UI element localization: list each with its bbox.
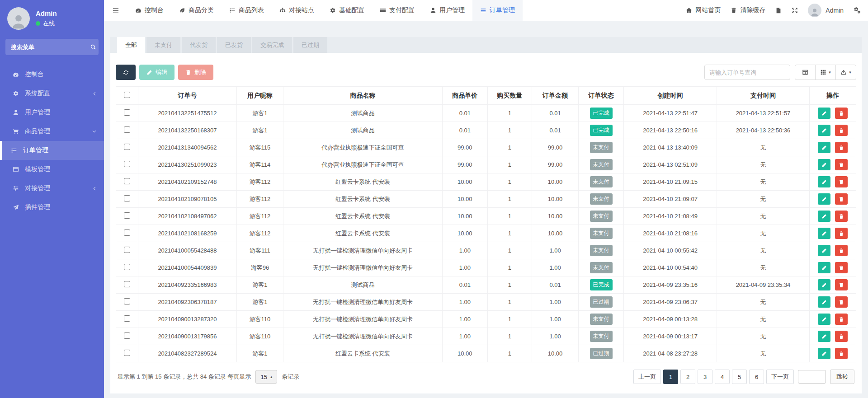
sidebar-item-6[interactable]: 模板管理: [0, 160, 104, 179]
row-checkbox[interactable]: [124, 178, 130, 184]
row-checkbox[interactable]: [124, 298, 130, 304]
topnav-item-2[interactable]: 商品分类: [171, 0, 222, 21]
clear-cache-link[interactable]: 清除缓存: [731, 6, 765, 14]
sidebar-item-5[interactable]: 订单管理: [0, 141, 104, 160]
status-cell: 未支付: [579, 208, 624, 225]
row-edit-button[interactable]: [818, 142, 830, 153]
row-delete-button[interactable]: [835, 279, 848, 290]
row-checkbox[interactable]: [124, 315, 130, 322]
topnav-item-7[interactable]: 用户管理: [422, 0, 472, 21]
row-edit-button[interactable]: [818, 279, 830, 290]
row-checkbox[interactable]: [124, 332, 130, 339]
row-checkbox[interactable]: [124, 109, 130, 116]
topnav-item-1[interactable]: 控制台: [127, 0, 171, 21]
page-size-select[interactable]: 15 ▴: [255, 370, 277, 384]
delete-button[interactable]: 删除: [178, 65, 213, 80]
topnav-item-8[interactable]: 订单管理: [472, 0, 523, 21]
sidebar-item-4[interactable]: 商品管理: [0, 122, 104, 141]
log-button[interactable]: [775, 7, 782, 14]
order-search-input[interactable]: [704, 65, 790, 80]
row-checkbox[interactable]: [124, 281, 130, 287]
page-button-4[interactable]: 4: [715, 370, 730, 384]
sidebar-item-8[interactable]: 插件管理: [0, 198, 104, 217]
row-edit-button[interactable]: [818, 211, 830, 222]
row-checkbox[interactable]: [124, 229, 130, 236]
page-button-6[interactable]: 6: [749, 370, 764, 384]
topnav-item-3[interactable]: 商品列表: [222, 0, 272, 21]
row-delete-button[interactable]: [835, 108, 848, 119]
row-delete-button[interactable]: [835, 314, 848, 325]
fullscreen-button[interactable]: [792, 7, 798, 14]
page-button-1[interactable]: 1: [663, 370, 678, 384]
jump-page-input[interactable]: [798, 370, 826, 384]
row-edit-button[interactable]: [818, 262, 830, 273]
row-delete-button[interactable]: [835, 125, 848, 136]
row-edit-button[interactable]: [818, 314, 830, 325]
sidebar-item-3[interactable]: 用户管理: [0, 103, 104, 122]
row-checkbox[interactable]: [124, 126, 130, 133]
row-edit-button[interactable]: [818, 125, 830, 136]
row-checkbox[interactable]: [124, 350, 130, 356]
tab-3[interactable]: 代发货: [182, 37, 216, 53]
row-delete-button[interactable]: [835, 296, 848, 308]
topbar-user-menu[interactable]: Admin: [808, 4, 844, 17]
row-edit-button[interactable]: [818, 176, 830, 187]
product-name-cell: 无打扰一键检测清理微信单向好友周卡: [283, 294, 442, 311]
pagination-prev[interactable]: 上一页: [633, 370, 661, 384]
row-checkbox[interactable]: [124, 161, 130, 167]
search-icon[interactable]: [90, 44, 96, 50]
row-delete-button[interactable]: [835, 331, 848, 342]
row-delete-button[interactable]: [835, 142, 848, 153]
row-checkbox[interactable]: [124, 195, 130, 201]
row-checkbox[interactable]: [124, 264, 130, 270]
unit-price-cell: 10.00: [442, 345, 487, 362]
row-delete-button[interactable]: [835, 211, 848, 222]
tab-6[interactable]: 已过期: [293, 37, 327, 53]
export-button[interactable]: ▾: [835, 65, 856, 80]
row-edit-button[interactable]: [818, 331, 830, 342]
row-delete-button[interactable]: [835, 348, 848, 359]
sidebar-item-7[interactable]: 对接管理: [0, 179, 104, 198]
row-edit-button[interactable]: [818, 193, 830, 205]
edit-button[interactable]: 编辑: [139, 65, 175, 80]
pagination-next[interactable]: 下一页: [766, 370, 794, 384]
row-delete-button[interactable]: [835, 262, 848, 273]
row-edit-button[interactable]: [818, 108, 830, 119]
row-edit-button[interactable]: [818, 159, 830, 170]
columns-button[interactable]: ▾: [815, 65, 836, 80]
refresh-button[interactable]: [116, 65, 136, 80]
row-checkbox[interactable]: [124, 212, 130, 219]
tab-5[interactable]: 交易完成: [252, 37, 292, 53]
nickname-cell: 游客112: [236, 191, 283, 208]
row-edit-button[interactable]: [818, 296, 830, 308]
topnav-item-6[interactable]: 支付配置: [372, 0, 422, 21]
row-edit-button[interactable]: [818, 228, 830, 239]
jump-button[interactable]: 跳转: [830, 370, 854, 384]
tab-4[interactable]: 已发货: [217, 37, 251, 53]
detail-view-button[interactable]: [795, 65, 816, 80]
sidebar-search-input[interactable]: [11, 44, 90, 51]
topnav-item-5[interactable]: 基础配置: [322, 0, 372, 21]
site-home-link[interactable]: 网站首页: [686, 6, 721, 14]
row-delete-button[interactable]: [835, 245, 848, 256]
tab-2[interactable]: 未支付: [146, 37, 180, 53]
row-delete-button[interactable]: [835, 176, 848, 187]
select-all-checkbox[interactable]: [124, 92, 130, 98]
tab-1[interactable]: 全部: [117, 37, 145, 53]
topnav-item-4[interactable]: 对接站点: [272, 0, 322, 21]
row-delete-button[interactable]: [835, 193, 848, 205]
page-button-3[interactable]: 3: [698, 370, 712, 384]
settings-cogs-button[interactable]: [854, 7, 861, 14]
row-checkbox[interactable]: [124, 247, 130, 253]
row-edit-button[interactable]: [818, 348, 830, 359]
sidebar-menu: 控制台 系统配置 用户管理 商品管理 订单管理 模板管理 对接管理 插件管理: [0, 65, 104, 217]
sidebar-item-2[interactable]: 系统配置: [0, 84, 104, 103]
page-button-5[interactable]: 5: [732, 370, 747, 384]
row-checkbox[interactable]: [124, 144, 130, 150]
row-delete-button[interactable]: [835, 228, 848, 239]
row-delete-button[interactable]: [835, 159, 848, 170]
sidebar-item-1[interactable]: 控制台: [0, 65, 104, 84]
row-edit-button[interactable]: [818, 245, 830, 256]
sidebar-toggle[interactable]: [104, 0, 127, 21]
page-button-2[interactable]: 2: [680, 370, 695, 384]
